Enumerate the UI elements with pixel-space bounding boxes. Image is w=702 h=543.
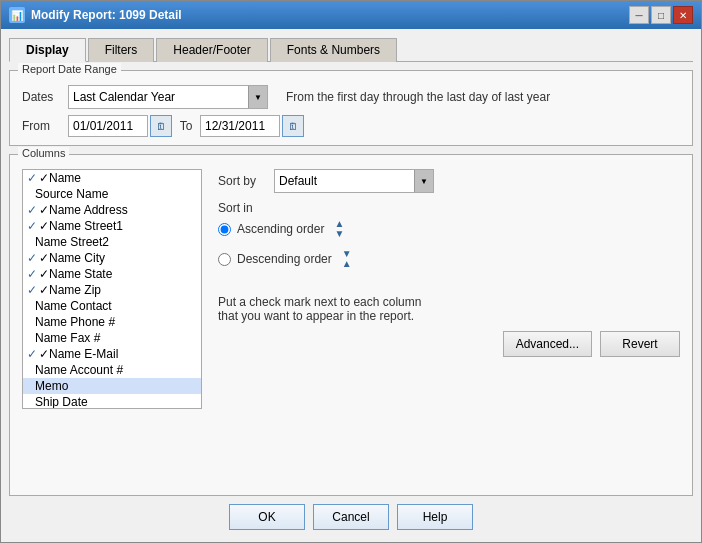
tab-fonts-numbers[interactable]: Fonts & Numbers bbox=[270, 38, 397, 62]
from-calendar-button[interactable]: 🗓 bbox=[150, 115, 172, 137]
list-item[interactable]: Ship Date bbox=[23, 394, 201, 409]
window: 📊 Modify Report: 1099 Detail ─ □ ✕ Displ… bbox=[0, 0, 702, 543]
section-label-date-range: Report Date Range bbox=[18, 63, 121, 75]
dates-row: Dates Last Calendar Year This Calendar Y… bbox=[22, 85, 680, 109]
to-label: To bbox=[178, 119, 194, 133]
cancel-button[interactable]: Cancel bbox=[313, 504, 389, 530]
ok-button[interactable]: OK bbox=[229, 504, 305, 530]
from-to-row: From 🗓 To 🗓 bbox=[22, 115, 680, 137]
content-area: Display Filters Header/Footer Fonts & Nu… bbox=[1, 29, 701, 542]
help-button[interactable]: Help bbox=[397, 504, 473, 530]
list-item[interactable]: ✓Name Address bbox=[23, 202, 201, 218]
tab-header-footer[interactable]: Header/Footer bbox=[156, 38, 267, 62]
title-bar-buttons: ─ □ ✕ bbox=[629, 6, 693, 24]
column-list[interactable]: ✓NameSource Name✓Name Address✓Name Stree… bbox=[22, 169, 202, 409]
sort-by-select[interactable]: Default Name Amount bbox=[275, 174, 414, 188]
ascending-radio-row: Ascending order ▲ ▼ bbox=[218, 219, 344, 239]
action-buttons: Advanced... Revert bbox=[218, 331, 680, 357]
list-item[interactable]: ✓Name Zip bbox=[23, 282, 201, 298]
descending-sort-icon: ▼ ▲ bbox=[342, 249, 352, 269]
title-bar: 📊 Modify Report: 1099 Detail ─ □ ✕ bbox=[1, 1, 701, 29]
to-date-input[interactable] bbox=[200, 115, 280, 137]
tab-display[interactable]: Display bbox=[9, 38, 86, 62]
list-item[interactable]: Name Phone # bbox=[23, 314, 201, 330]
sort-in-row: Sort in Ascending order ▲ ▼ Descending o… bbox=[218, 201, 680, 275]
dates-select-arrow-icon: ▼ bbox=[248, 86, 267, 108]
sort-by-select-wrap[interactable]: Default Name Amount ▼ bbox=[274, 169, 434, 193]
list-item[interactable]: Name Contact bbox=[23, 298, 201, 314]
descending-radio-row: Descending order ▼ ▲ bbox=[218, 249, 352, 269]
list-item[interactable]: ✓Name E-Mail bbox=[23, 346, 201, 362]
window-icon: 📊 bbox=[9, 7, 25, 23]
list-item[interactable]: ✓Name State bbox=[23, 266, 201, 282]
list-item[interactable]: Name Account # bbox=[23, 362, 201, 378]
dates-select[interactable]: Last Calendar Year This Calendar Year Cu… bbox=[69, 90, 248, 104]
dates-select-wrap[interactable]: Last Calendar Year This Calendar Year Cu… bbox=[68, 85, 268, 109]
title-bar-left: 📊 Modify Report: 1099 Detail bbox=[9, 7, 182, 23]
columns-section: Columns ✓NameSource Name✓Name Address✓Na… bbox=[9, 154, 693, 496]
list-item[interactable]: ✓Name Street1 bbox=[23, 218, 201, 234]
list-item[interactable]: Source Name bbox=[23, 186, 201, 202]
report-date-range-section: Report Date Range Dates Last Calendar Ye… bbox=[9, 70, 693, 146]
date-range-description: From the first day through the last day … bbox=[286, 90, 550, 104]
help-text: Put a check mark next to each column tha… bbox=[218, 295, 438, 323]
list-item[interactable]: ✓Name bbox=[23, 170, 201, 186]
maximize-button[interactable]: □ bbox=[651, 6, 671, 24]
list-item[interactable]: Name Street2 bbox=[23, 234, 201, 250]
tab-filters[interactable]: Filters bbox=[88, 38, 155, 62]
minimize-button[interactable]: ─ bbox=[629, 6, 649, 24]
bottom-buttons: OK Cancel Help bbox=[9, 496, 693, 534]
tab-bar: Display Filters Header/Footer Fonts & Nu… bbox=[9, 37, 693, 62]
ascending-radio[interactable] bbox=[218, 223, 231, 236]
close-button[interactable]: ✕ bbox=[673, 6, 693, 24]
advanced-button[interactable]: Advanced... bbox=[503, 331, 592, 357]
window-title: Modify Report: 1099 Detail bbox=[31, 8, 182, 22]
columns-content: ✓NameSource Name✓Name Address✓Name Stree… bbox=[22, 169, 680, 409]
column-list-wrap: ✓NameSource Name✓Name Address✓Name Stree… bbox=[22, 169, 202, 409]
revert-button[interactable]: Revert bbox=[600, 331, 680, 357]
from-label: From bbox=[22, 119, 62, 133]
columns-section-label: Columns bbox=[18, 147, 69, 159]
descending-radio[interactable] bbox=[218, 253, 231, 266]
from-date-wrap: 🗓 bbox=[68, 115, 172, 137]
descending-label: Descending order bbox=[237, 252, 332, 266]
to-date-wrap: 🗓 bbox=[200, 115, 304, 137]
sort-by-row: Sort by Default Name Amount ▼ bbox=[218, 169, 680, 193]
sort-by-arrow-icon: ▼ bbox=[414, 170, 433, 192]
list-item[interactable]: ✓Name City bbox=[23, 250, 201, 266]
to-calendar-button[interactable]: 🗓 bbox=[282, 115, 304, 137]
sort-in-label: Sort in bbox=[218, 201, 266, 215]
from-date-input[interactable] bbox=[68, 115, 148, 137]
list-item[interactable]: Name Fax # bbox=[23, 330, 201, 346]
sort-by-label: Sort by bbox=[218, 174, 266, 188]
ascending-label: Ascending order bbox=[237, 222, 324, 236]
ascending-sort-icon: ▲ ▼ bbox=[334, 219, 344, 239]
list-item[interactable]: Memo bbox=[23, 378, 201, 394]
dates-label: Dates bbox=[22, 90, 62, 104]
sort-section: Sort by Default Name Amount ▼ Sort in bbox=[218, 169, 680, 409]
